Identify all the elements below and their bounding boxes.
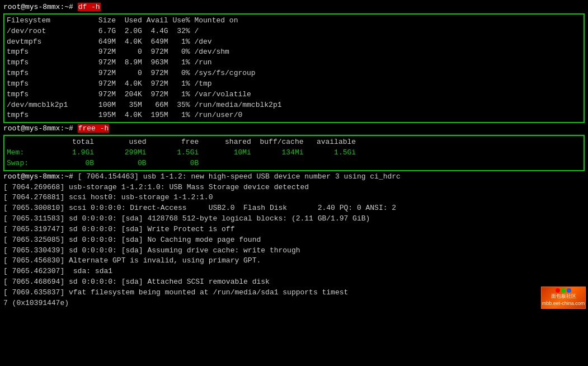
- kernel-msg-10: [ 7065.468694] sd 0:0:0:0: [sda] Attache…: [3, 277, 585, 288]
- kernel-msg-1: [ 7064.269668] usb-storage 1-1.2:1.0: US…: [3, 182, 585, 193]
- prompt-1: root@mys-8mmx:~#: [3, 3, 78, 11]
- kernel-msg-8: [ 7065.456830] Alternate GPT is invalid,…: [3, 256, 585, 266]
- kernel-msg-9: [ 7065.462307] sda: sda1: [3, 266, 585, 277]
- dot-blue: [567, 288, 571, 293]
- kernel-msg-6: [ 7065.325085] sd 0:0:0:0: [sda] No Cach…: [3, 235, 585, 246]
- free-swap-row: Swap: 0B 0B 0B: [7, 158, 581, 169]
- terminal-window: root@mys-8mmx:~# df -h Filesystem Size U…: [0, 0, 588, 311]
- df-row-6: tmpfs 972M 204K 972M 1% /var/volatile: [7, 90, 581, 100]
- df-row-2: tmpfs 972M 0 972M 0% /dev/shm: [7, 47, 581, 58]
- kernel-msg-2: [ 7064.276881] scsi host0: usb-storage 1…: [3, 193, 585, 203]
- df-row-3: tmpfs 972M 8.9M 963M 1% /run: [7, 58, 581, 68]
- dot-green: [561, 288, 566, 293]
- kernel-msg-11: [ 7069.635837] vfat filesystem being mou…: [3, 288, 585, 298]
- df-output-box: Filesystem Size Used Avail Use% Mounted …: [3, 13, 585, 123]
- df-row-0: /dev/root 6.7G 2.0G 4.4G 32% /: [7, 26, 581, 37]
- df-row-5: tmpfs 972M 4.0K 972M 1% /tmp: [7, 79, 581, 90]
- df-row-7: /dev/mmcblk2p1 100M 35M 66M 35% /run/med…: [7, 100, 581, 111]
- kernel-msg-7: [ 7065.330439] sd 0:0:0:0: [sda] Assumin…: [3, 246, 585, 256]
- kernel-msg-0: [ 7064.154463] usb 1-1.2: new high-speed…: [78, 172, 401, 181]
- prompt-line-2: root@mys-8mmx:~# free -h: [3, 124, 585, 134]
- kernel-msg-5: [ 7065.319747] sd 0:0:0:0: [sda] Write P…: [3, 224, 585, 235]
- cmd-free: free -h: [78, 124, 110, 133]
- kernel-msg-3: [ 7065.300810] scsi 0:0:0:0: Direct-Acce…: [3, 203, 585, 214]
- df-row-4: tmpfs 972M 0 972M 0% /sys/fs/cgroup: [7, 68, 581, 79]
- prompt-2: root@mys-8mmx:~#: [3, 124, 78, 133]
- watermark-site: mbb.eet-china.com: [542, 300, 585, 307]
- prompt-3: root@mys-8mmx:~#: [3, 172, 78, 181]
- kernel-msg-4: [ 7065.311583] sd 0:0:0:0: [sda] 4128768…: [3, 214, 585, 224]
- watermark-dots: [556, 288, 571, 293]
- df-row-1: devtmpfs 649M 4.0K 649M 1% /dev: [7, 37, 581, 48]
- df-header: Filesystem Size Used Avail Use% Mounted …: [7, 16, 581, 26]
- free-header: total used free shared buff/cache availa…: [7, 137, 581, 148]
- watermark-label: 面包板社区: [551, 293, 576, 300]
- prompt-line-3: root@mys-8mmx:~# [ 7064.154463] usb 1-1.…: [3, 172, 585, 182]
- free-output-box: total used free shared buff/cache availa…: [3, 135, 585, 171]
- dot-red: [556, 288, 560, 293]
- df-row-8: tmpfs 195M 4.0K 195M 1% /run/user/0: [7, 110, 581, 121]
- cmd-df: df -h: [78, 3, 101, 11]
- kernel-msg-12: 7 (0x10391447e): [3, 298, 585, 309]
- prompt-line-1: root@mys-8mmx:~# df -h: [3, 2, 585, 13]
- watermark: 面包板社区 mbb.eet-china.com: [541, 287, 586, 309]
- free-mem-row: Mem: 1.9Gi 299Mi 1.5Gi 10Mi 134Mi 1.5Gi: [7, 148, 581, 158]
